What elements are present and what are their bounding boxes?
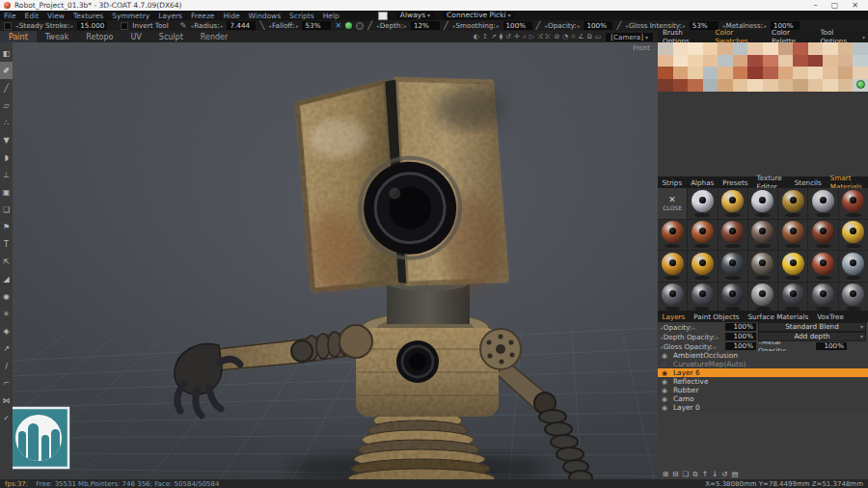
color-swatch[interactable] [793, 67, 808, 79]
merge-layer-button[interactable]: ⧉ [692, 470, 697, 479]
layer-visibility-icon[interactable]: ◉ [662, 404, 669, 412]
eye-tool[interactable]: ◉ [0, 287, 13, 305]
menu-item-hide[interactable]: Hide [223, 12, 239, 20]
smart-material-thumbnail[interactable] [748, 283, 777, 313]
pose-icon[interactable]: ↗ [491, 33, 497, 41]
color-swatch[interactable] [688, 55, 703, 68]
layer-visibility-icon[interactable]: ◉ [662, 378, 669, 386]
smart-material-thumbnail[interactable] [688, 188, 717, 219]
smart-material-thumbnail[interactable] [719, 251, 747, 282]
color-swatch[interactable] [838, 55, 854, 68]
smart-material-thumbnail[interactable] [658, 283, 687, 313]
color-swatch[interactable] [718, 79, 733, 92]
maximize-button[interactable]: ▢ [831, 1, 839, 10]
color-swatch[interactable] [673, 55, 689, 68]
depth-opacity-field[interactable]: 100% [725, 333, 756, 340]
layer-visibility-icon[interactable]: ◉ [662, 387, 669, 394]
color-swatch[interactable] [718, 55, 733, 68]
color-swatch[interactable] [747, 67, 763, 79]
color-swatch[interactable] [688, 42, 703, 55]
color-swatch[interactable] [658, 67, 673, 79]
eraser-tool[interactable]: ▱ [0, 96, 13, 114]
duplicate-layer-button[interactable]: ❏ [683, 470, 690, 478]
workspace-tab-sculpt[interactable]: Sculpt [150, 31, 192, 42]
smoothing-field[interactable]: 100% [503, 21, 532, 30]
menu-item-help[interactable]: Help [323, 12, 339, 20]
color-swatch[interactable] [733, 55, 748, 68]
color-swatch[interactable] [808, 42, 824, 55]
color-swatch[interactable] [703, 67, 719, 79]
color-swatch[interactable] [763, 79, 778, 92]
viewport-canvas[interactable] [13, 42, 658, 479]
color-swatch[interactable] [763, 42, 778, 55]
color-swatch[interactable] [718, 42, 733, 55]
falloff-curve-icon[interactable]: ╲ [259, 21, 264, 30]
current-color-indicator[interactable] [345, 22, 352, 29]
color-swatch[interactable] [838, 42, 854, 55]
layer-row-curvaturemap-auto[interactable]: ▫CurvatureMap(Auto) [658, 360, 868, 368]
layer-opacity-field[interactable]: 100% [725, 323, 756, 331]
close-button[interactable]: ✕ [852, 1, 858, 10]
color-swatch[interactable] [823, 79, 838, 92]
color-swatch[interactable] [688, 79, 703, 92]
layer-row-layer-6[interactable]: ◉Layer 6 [658, 368, 868, 377]
steady-stroke-checkbox[interactable] [4, 22, 12, 30]
menu-item-view[interactable]: View [47, 12, 65, 20]
smart-material-thumbnail[interactable] [839, 283, 868, 313]
workspace-tab-render[interactable]: Render [192, 31, 236, 42]
always-dropdown[interactable]: Always [396, 12, 434, 19]
color-swatch[interactable] [853, 55, 868, 68]
zoom-icon[interactable]: ⌕ [523, 33, 527, 41]
color-swatch[interactable] [793, 79, 808, 92]
panel-tab-stencils[interactable]: Stencils [790, 178, 826, 187]
radius-field[interactable]: 7.444 [227, 21, 256, 30]
color-swatch[interactable] [823, 67, 838, 79]
frame-icon[interactable]: ▭ [595, 33, 602, 41]
color-swatch[interactable] [747, 42, 763, 55]
airbrush-tool[interactable]: ▼ [0, 131, 13, 149]
dry-brush-tool[interactable]: ∴ [0, 114, 13, 131]
color-swatch[interactable] [658, 55, 673, 68]
smart-material-thumbnail[interactable] [719, 188, 747, 219]
up-arrow-icon[interactable]: ↥ [482, 33, 488, 41]
color-swatch[interactable] [733, 42, 748, 55]
disable-icon[interactable]: ⊘ [554, 33, 559, 41]
menu-item-windows[interactable]: Windows [249, 12, 281, 20]
color-swatch[interactable] [673, 67, 689, 79]
menu-item-textures[interactable]: Textures [73, 12, 103, 20]
iron-tool[interactable]: ⌐ [0, 374, 13, 392]
color-swatch[interactable] [793, 42, 808, 55]
split-view-icon[interactable]: ⧉ [587, 33, 592, 41]
smart-material-thumbnail[interactable] [658, 220, 687, 251]
gloss-opacity-field[interactable]: 100% [725, 342, 756, 350]
radius-curve-icon[interactable]: ✎ [180, 21, 187, 30]
color-swatch[interactable] [747, 79, 763, 92]
smart-material-thumbnail[interactable] [748, 220, 777, 251]
color-swatch[interactable] [658, 79, 673, 92]
layer-row-ambientocclusion[interactable]: ◉AmbientOcclusion [658, 351, 868, 360]
snap-left-icon[interactable]: ⤨ [537, 33, 543, 41]
close-materials-button[interactable]: ✕CLOSE [658, 188, 687, 219]
camera-dropdown[interactable]: [Camera] [606, 33, 653, 41]
layer-row-rubber[interactable]: ◉Rubber [658, 386, 868, 394]
move-layer-down-button[interactable]: ↓ [712, 470, 718, 478]
menu-item-layers[interactable]: Layers [158, 12, 182, 20]
steady-stroke-field[interactable]: 15.000 [77, 21, 107, 30]
smart-material-thumbnail[interactable] [748, 251, 777, 282]
pen-tool[interactable]: ∕ [0, 357, 13, 374]
swatch-preview-icon[interactable] [378, 12, 388, 20]
color-swatch[interactable] [703, 55, 719, 68]
smudge-tool[interactable]: ◗ [0, 149, 13, 166]
smart-material-thumbnail[interactable] [688, 220, 717, 251]
perspective-icon[interactable]: ∠ [578, 33, 583, 41]
workspace-tab-tweak[interactable]: Tweak [37, 31, 78, 42]
panel-tab-alphas[interactable]: Alphas [687, 178, 719, 187]
smart-material-thumbnail[interactable] [839, 251, 868, 282]
smart-material-thumbnail[interactable] [778, 188, 807, 219]
menu-item-scripts[interactable]: Scripts [289, 12, 314, 20]
smart-material-thumbnail[interactable] [748, 188, 777, 219]
smart-material-thumbnail[interactable] [778, 251, 807, 282]
metal-opacity-field[interactable]: 100% [816, 342, 847, 350]
menu-item-symmetry[interactable]: Symmetry [112, 12, 149, 20]
color-swatch[interactable] [688, 67, 703, 79]
